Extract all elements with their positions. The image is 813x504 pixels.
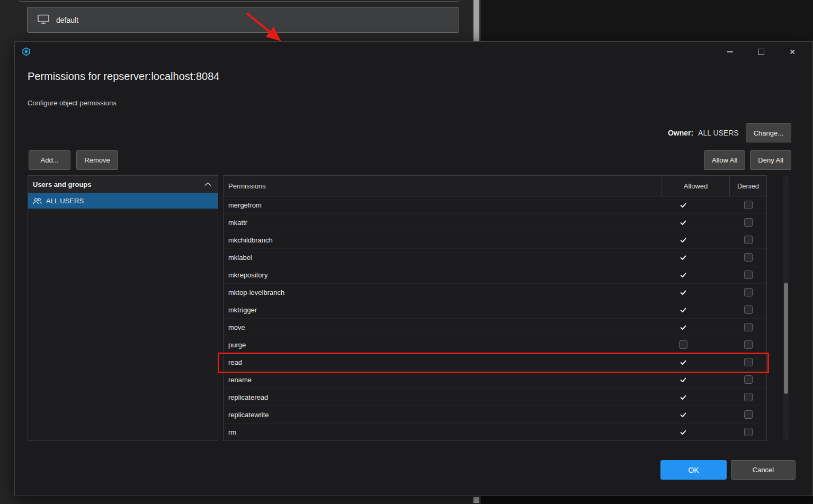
permission-name: mkattr <box>224 214 663 231</box>
permission-name: replicateread <box>224 389 663 406</box>
background-scrollbar-thumb[interactable] <box>473 0 479 41</box>
allowed-checkbox[interactable] <box>679 271 687 279</box>
owner-value: ALL USERS <box>698 129 739 137</box>
ok-button[interactable]: OK <box>660 460 727 480</box>
denied-checkbox[interactable] <box>744 323 753 331</box>
permission-name: mergefrom <box>224 196 663 213</box>
dialog-title: Permissions for repserver:localhost:8084 <box>28 70 219 83</box>
permission-name: purge <box>224 336 663 353</box>
permission-row[interactable]: mktrigger <box>224 301 766 319</box>
app-icon <box>22 47 31 56</box>
minimize-icon <box>727 51 733 52</box>
group-icon <box>33 197 42 205</box>
allowed-checkbox[interactable] <box>679 201 687 209</box>
allowed-checkbox[interactable] <box>679 428 687 436</box>
allowed-checkbox[interactable] <box>679 323 687 331</box>
denied-checkbox[interactable] <box>744 271 753 279</box>
denied-checkbox[interactable] <box>744 305 753 314</box>
permission-row[interactable]: replicatewrite <box>224 406 766 424</box>
background-scrollbar-thumb-bottom[interactable] <box>473 497 479 503</box>
permission-row[interactable]: mktop-levelbranch <box>224 284 766 301</box>
allowed-checkbox[interactable] <box>679 393 687 401</box>
change-owner-button[interactable]: Change... <box>746 123 791 142</box>
table-scrollbar[interactable] <box>783 175 789 441</box>
column-header-permissions: Permissions <box>224 176 662 196</box>
denied-checkbox[interactable] <box>744 340 753 349</box>
user-group-item[interactable]: ALL USERS <box>28 193 218 209</box>
table-scrollbar-thumb[interactable] <box>784 283 788 394</box>
deny-all-button[interactable]: Deny All <box>750 150 791 170</box>
permission-name: read <box>224 354 663 371</box>
denied-checkbox[interactable] <box>744 375 753 384</box>
add-button[interactable]: Add... <box>29 150 70 170</box>
permission-name: rename <box>224 371 663 388</box>
background-right-panel <box>481 0 813 41</box>
cancel-button[interactable]: Cancel <box>731 460 796 480</box>
toolbar-left: Add... Remove <box>29 150 118 170</box>
permission-row[interactable]: purge <box>224 336 766 354</box>
allowed-checkbox[interactable] <box>679 340 687 349</box>
dialog-titlebar: ✕ <box>15 42 812 62</box>
permission-row[interactable]: mkchildbranch <box>224 231 766 249</box>
permissions-panel: Permissions Allowed Denied mergefrommkat… <box>223 175 767 441</box>
permission-row[interactable]: replicateread <box>224 389 766 406</box>
denied-checkbox[interactable] <box>744 218 753 227</box>
permission-row[interactable]: mergefrom <box>224 196 766 214</box>
allowed-checkbox[interactable] <box>679 253 687 262</box>
permission-row[interactable]: mkrepository <box>224 266 766 284</box>
allow-all-button[interactable]: Allow All <box>704 150 745 170</box>
denied-checkbox[interactable] <box>744 201 753 209</box>
permissions-table-header: Permissions Allowed Denied <box>224 176 766 196</box>
permission-name: mktop-levelbranch <box>224 284 663 301</box>
users-panel: Users and groups ALL USERS <box>28 175 218 441</box>
denied-checkbox[interactable] <box>744 253 753 262</box>
maximize-icon <box>758 49 764 55</box>
allowed-checkbox[interactable] <box>679 218 687 227</box>
column-header-allowed: Allowed <box>662 176 729 196</box>
allowed-checkbox[interactable] <box>679 375 687 384</box>
allowed-checkbox[interactable] <box>679 288 687 296</box>
permissions-dialog: ✕ Permissions for repserver:localhost:80… <box>14 41 813 496</box>
permission-name: mkchildbranch <box>224 231 663 248</box>
allowed-checkbox[interactable] <box>679 410 687 419</box>
user-group-label: ALL USERS <box>46 197 84 205</box>
denied-checkbox[interactable] <box>744 288 753 296</box>
remove-button[interactable]: Remove <box>76 150 118 170</box>
allowed-checkbox[interactable] <box>679 358 687 366</box>
permission-row[interactable]: move <box>224 319 766 336</box>
denied-checkbox[interactable] <box>744 428 753 436</box>
permission-name: replicatewrite <box>224 406 663 423</box>
background-list-item-label: default <box>56 16 78 24</box>
permission-row[interactable]: mklabel <box>224 249 766 266</box>
maximize-button[interactable] <box>749 42 773 62</box>
permission-name: mkrepository <box>224 266 663 283</box>
toolbar-right: Allow All Deny All <box>704 150 791 170</box>
dialog-footer: OK Cancel <box>15 460 812 480</box>
permission-name: mklabel <box>224 249 663 266</box>
allowed-checkbox[interactable] <box>679 236 687 244</box>
close-icon: ✕ <box>789 48 796 56</box>
minimize-button[interactable] <box>718 42 742 62</box>
background-list-item-default[interactable]: default <box>27 7 459 33</box>
permission-name: move <box>224 319 663 336</box>
close-button[interactable]: ✕ <box>780 42 805 62</box>
permission-row[interactable]: read <box>224 354 766 371</box>
permission-row[interactable]: rm <box>224 424 766 441</box>
background-scrollbar-bottom[interactable] <box>472 496 481 504</box>
background-scrollbar[interactable] <box>472 0 481 41</box>
column-header-denied: Denied <box>729 176 766 196</box>
permission-row[interactable]: rename <box>224 371 766 389</box>
allowed-checkbox[interactable] <box>679 305 687 314</box>
owner-row: Owner: ALL USERS Change... <box>668 123 791 142</box>
screen: default ✕ Permissions for repserver:loca… <box>0 0 813 504</box>
denied-checkbox[interactable] <box>744 236 753 244</box>
users-list: ALL USERS <box>28 193 218 209</box>
denied-checkbox[interactable] <box>744 393 753 401</box>
denied-checkbox[interactable] <box>744 358 753 366</box>
denied-checkbox[interactable] <box>744 410 753 419</box>
collapse-chevron-icon[interactable] <box>204 182 211 186</box>
permission-row[interactable]: mkattr <box>224 214 766 231</box>
owner-label: Owner: <box>668 129 693 137</box>
users-groups-header[interactable]: Users and groups <box>28 176 218 193</box>
users-groups-header-label: Users and groups <box>33 181 92 188</box>
